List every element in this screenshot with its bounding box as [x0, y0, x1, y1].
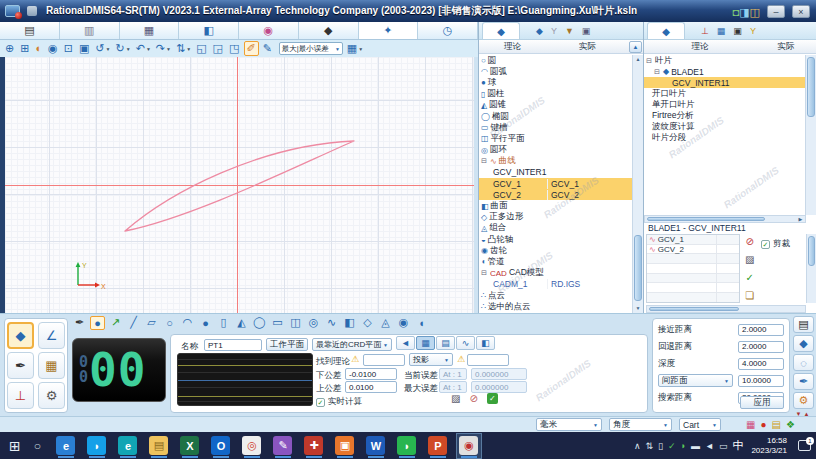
clock[interactable]: 16:58 2023/3/21 [751, 436, 787, 455]
tray-icon[interactable]: ◄ [705, 441, 714, 451]
titlebar-icon[interactable]: ◫ [750, 6, 760, 18]
taskbar-app[interactable]: ✎ [271, 434, 295, 458]
ribbon-tab[interactable]: ▤ [0, 22, 60, 39]
geometry-tree-row[interactable]: ◫ 平行平面 [479, 133, 632, 144]
coord-select[interactable]: Cart▼ [679, 418, 721, 431]
geometry-tree-row[interactable]: ◭ 圆锥 [479, 100, 632, 111]
view-tool-button[interactable]: ⊡ [63, 41, 75, 56]
upper-tol-input[interactable]: 0.0100 [345, 381, 397, 393]
tray-icon[interactable]: ▬ [691, 441, 700, 451]
view-tool-button[interactable]: ▣ [78, 41, 91, 56]
feature-icon[interactable]: ↗ [108, 316, 123, 329]
geometry-tree-row[interactable]: GCV_2 GCV_2 [479, 189, 632, 200]
ribbon-tab[interactable]: ◧ [179, 22, 239, 39]
side-tool-button[interactable]: ▤ [793, 316, 814, 333]
blade-tree-row[interactable]: ⊟ 叶片 [644, 55, 806, 66]
view-tool-button[interactable]: ◐ [34, 41, 44, 56]
ribbon-tab[interactable]: ◷ [418, 22, 478, 39]
feature-icon[interactable]: ◧ [342, 316, 357, 329]
param-input[interactable]: 4.0000 [738, 358, 784, 370]
expand-toggle[interactable]: ⊟ [654, 68, 663, 76]
segment-row[interactable]: ∿ GCV_1 [647, 235, 739, 245]
geometry-tree-row[interactable]: ∴ 点云 [479, 290, 632, 301]
accept-icon[interactable]: ✓ [487, 393, 498, 404]
tray-icon[interactable]: ▯ [658, 441, 663, 451]
geometry-tree-row[interactable]: GCV_1 GCV_1 [479, 178, 632, 189]
view-tool-button[interactable]: ↷▼ [155, 41, 172, 56]
taskbar-app[interactable]: ◗ [85, 434, 109, 458]
blade-tree-row[interactable]: ⊟ ◆ BLADE1 [644, 66, 806, 77]
tray-icon[interactable]: ▭ [719, 441, 728, 451]
side-tool-button[interactable]: ◌ [793, 354, 814, 371]
blade-tree-hscrollbar[interactable]: ▶ [644, 215, 806, 223]
pin-icon[interactable] [27, 6, 37, 16]
mode-button[interactable]: ⊥ [7, 382, 34, 409]
column-theory[interactable]: 理论 [644, 41, 756, 53]
feature-icon[interactable]: ◇ [360, 316, 375, 329]
blade-tree-row[interactable]: 波纹度计算 [644, 121, 806, 132]
result-view-tab[interactable]: ∿ [456, 336, 475, 350]
units-select[interactable]: 毫米▼ [536, 418, 602, 431]
trim-checkbox[interactable]: ✓ [761, 240, 770, 249]
feature-icon[interactable]: ◉ [396, 316, 411, 329]
view-tool-button[interactable]: ⊞ [19, 41, 31, 56]
mode-button[interactable]: ▦ [38, 352, 65, 379]
side-tool-button[interactable]: ◆ [793, 335, 814, 352]
taskbar-app[interactable]: e [116, 434, 140, 458]
expand-toggle[interactable]: ⊟ [481, 269, 490, 277]
blade-tree-row[interactable]: 单开口叶片 [644, 99, 806, 110]
feature-icon[interactable]: ✒ [72, 316, 87, 329]
start-button[interactable]: ⊞ [9, 438, 21, 454]
taskbar-app[interactable]: ◉ [457, 434, 481, 458]
param-input[interactable]: 2.0000 [738, 341, 784, 353]
notification-icon[interactable]: 1 [798, 440, 811, 451]
geometry-tree-row[interactable]: ◯ 椭圆 [479, 111, 632, 122]
segment-row[interactable] [647, 254, 739, 264]
side-tool-button[interactable]: ⚙ [793, 392, 814, 409]
view-tool-button[interactable]: ✐ [244, 41, 258, 56]
error-mode-select[interactable]: 最大|最小误差▼ [279, 42, 343, 55]
column-theory[interactable]: 理论 [479, 41, 546, 53]
tray-icon[interactable]: ✓ [668, 441, 676, 451]
segment-row[interactable]: ∿ GCV_2 [647, 245, 739, 255]
view-tool-button[interactable]: ◳ [228, 41, 241, 56]
taskbar-app[interactable]: W [364, 434, 388, 458]
geometry-tree-row[interactable]: ◖ 管道 [479, 256, 632, 267]
feature-icon[interactable]: ∿ [324, 316, 339, 329]
result-action-icon[interactable]: ⊘ [469, 393, 477, 404]
find-theory-input[interactable] [363, 354, 405, 366]
angle-select[interactable]: 角度▼ [609, 418, 672, 431]
feature-icon[interactable]: ◯ [252, 316, 267, 329]
result-view-tab[interactable]: ◧ [476, 336, 495, 350]
status-icon[interactable]: ▤ [772, 419, 781, 430]
panel-tool-icon[interactable]: ▣ [733, 26, 742, 36]
geometry-tree-row[interactable]: ◬ 组合 [479, 223, 632, 234]
blade-tree-row[interactable]: Firtree分析 [644, 110, 806, 121]
scroll-down-icon[interactable]: ▼ [633, 304, 643, 313]
view-tool-button[interactable]: ◱ [195, 41, 208, 56]
tray-icon[interactable]: ∧ [634, 441, 641, 451]
geometry-tree-row[interactable]: ◉ 齿轮 [479, 245, 632, 256]
scroll-right-icon[interactable]: ▶ [796, 216, 805, 222]
segment-tool-icon[interactable]: ▨ [745, 254, 754, 265]
feature-icon[interactable]: ╱ [126, 316, 141, 329]
titlebar-icon[interactable]: ◨ [739, 6, 749, 18]
scrollbar-thumb[interactable] [647, 217, 765, 221]
view-tool-button[interactable]: ↶▼ [135, 41, 152, 56]
status-icon[interactable]: ❖ [786, 419, 795, 430]
geometry-tree-row[interactable]: ▯ 圆柱 [479, 89, 632, 100]
expand-toggle[interactable]: ⊟ [481, 157, 490, 165]
segment-row[interactable] [647, 264, 739, 274]
feature-icon[interactable]: ◖ [414, 317, 429, 329]
blade-tree-scrollbar[interactable] [805, 55, 816, 215]
name-input[interactable]: PT1 [204, 339, 262, 351]
view-tool-button[interactable]: ⇅▼ [175, 41, 192, 56]
taskbar-app[interactable]: P [426, 434, 450, 458]
collapse-button[interactable]: ▲ [629, 41, 642, 53]
geometry-tree-row[interactable]: ◇ 正多边形 [479, 212, 632, 223]
feature-icon[interactable]: ▯ [216, 316, 231, 329]
mode-button[interactable]: ◆ [7, 322, 34, 349]
geometry-tree-row[interactable]: CADM_1 RD.IGS [479, 279, 632, 290]
scrollbar-thumb[interactable] [649, 307, 739, 311]
scroll-up-icon[interactable]: ▲ [633, 55, 643, 64]
